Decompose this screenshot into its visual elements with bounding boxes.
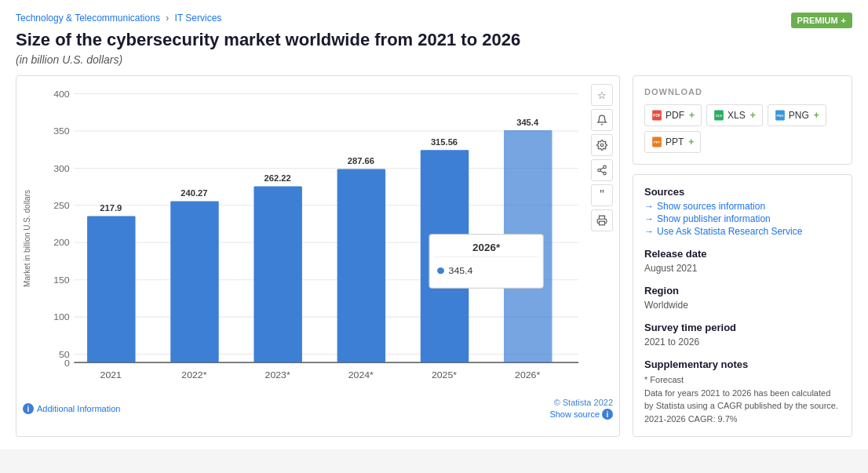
- page-subtitle: (in billion U.S. dollars): [16, 53, 852, 66]
- gear-button[interactable]: [591, 134, 613, 156]
- show-publisher-info-text: Show publisher information: [657, 213, 771, 224]
- info-section: Sources → Show sources information → Sho…: [633, 174, 852, 437]
- show-source[interactable]: Show source i: [549, 409, 613, 420]
- release-date-label: Release date: [644, 248, 841, 260]
- svg-text:XLS: XLS: [716, 114, 722, 118]
- premium-badge[interactable]: PREMIUM +: [791, 13, 852, 28]
- svg-line-4: [600, 171, 604, 173]
- survey-period-label: Survey time period: [644, 322, 841, 333]
- chart-container: ☆: [16, 75, 620, 437]
- svg-text:345.4: 345.4: [516, 118, 538, 127]
- arrow-icon-3: →: [644, 226, 654, 237]
- pdf-icon: PDF: [651, 109, 662, 122]
- supplementary-notes-line-3: 2021-2026 CAGR: 9.7%: [644, 413, 841, 426]
- region-label: Region: [644, 285, 841, 297]
- region-block: Region Worldwide: [644, 285, 841, 311]
- survey-period-block: Survey time period 2021 to 2026: [644, 322, 841, 347]
- show-source-label: Show source: [549, 409, 600, 419]
- source-info-icon: i: [602, 409, 613, 420]
- chart-footer: i Additional Information © Statista 2022…: [23, 398, 613, 420]
- statista-credit: © Statista 2022: [554, 398, 613, 407]
- info-icon: i: [23, 403, 34, 414]
- png-label: PNG: [789, 110, 809, 121]
- release-date-value: August 2021: [644, 263, 841, 274]
- pdf-plus: +: [689, 110, 695, 121]
- breadcrumb-part1[interactable]: Technology & Telecommunications: [16, 13, 160, 24]
- svg-text:2021: 2021: [100, 369, 122, 380]
- breadcrumb: Technology & Telecommunications › IT Ser…: [16, 13, 852, 24]
- svg-text:2022*: 2022*: [181, 369, 206, 380]
- share-button[interactable]: [591, 159, 613, 181]
- svg-text:350: 350: [53, 126, 70, 137]
- svg-text:150: 150: [53, 275, 70, 286]
- bar-2024: [337, 169, 385, 362]
- supplementary-notes-line-1: * Forecast: [644, 373, 841, 387]
- svg-text:0: 0: [64, 358, 70, 369]
- show-sources-info-link[interactable]: → Show sources information: [644, 201, 841, 212]
- svg-text:287.66: 287.66: [348, 156, 374, 166]
- arrow-icon-1: →: [644, 201, 654, 212]
- bar-chart-svg: 400 350 300 250 200 150 100 50 0 217.9 2…: [35, 86, 578, 391]
- download-pdf-button[interactable]: PDF PDF +: [644, 104, 702, 126]
- download-section: DOWNLOAD PDF PDF + XLS: [633, 75, 852, 165]
- supplementary-notes-label: Supplementary notes: [644, 358, 841, 370]
- download-png-button[interactable]: PNG PNG +: [768, 104, 826, 126]
- svg-text:2025*: 2025*: [432, 369, 457, 380]
- premium-label: PREMIUM: [797, 16, 838, 25]
- bar-2023: [253, 187, 301, 363]
- survey-period-value: 2021 to 2026: [644, 337, 841, 347]
- svg-text:2026*: 2026*: [472, 242, 501, 253]
- ask-statista-link[interactable]: → Use Ask Statista Research Service: [644, 226, 841, 237]
- xls-icon: XLS: [713, 109, 724, 122]
- svg-point-39: [437, 267, 444, 274]
- svg-text:345.4: 345.4: [449, 266, 473, 277]
- svg-text:PDF: PDF: [653, 114, 660, 118]
- svg-point-2: [598, 169, 601, 172]
- svg-text:250: 250: [53, 200, 70, 211]
- star-button[interactable]: ☆: [591, 84, 613, 106]
- svg-text:400: 400: [53, 89, 70, 100]
- additional-info-label: Additional Information: [37, 404, 120, 413]
- png-icon: PNG: [775, 109, 786, 122]
- breadcrumb-separator: ›: [166, 13, 169, 24]
- show-publisher-info-link[interactable]: → Show publisher information: [644, 213, 841, 224]
- chart-footer-right: © Statista 2022 Show source i: [549, 398, 613, 420]
- ask-statista-text: Use Ask Statista Research Service: [657, 226, 802, 237]
- bar-2022: [170, 202, 218, 363]
- sources-label: Sources: [644, 186, 841, 198]
- chart-svg-container: Market in billion U.S. dollars 400 350: [23, 86, 613, 391]
- svg-text:300: 300: [53, 163, 70, 174]
- svg-text:262.22: 262.22: [264, 174, 291, 184]
- chart-toolbar: ☆: [591, 84, 613, 231]
- download-xls-button[interactable]: XLS XLS +: [706, 104, 763, 126]
- premium-plus: +: [841, 16, 846, 25]
- svg-text:2026*: 2026*: [515, 369, 540, 380]
- arrow-icon-2: →: [644, 213, 654, 224]
- breadcrumb-part2[interactable]: IT Services: [175, 13, 222, 24]
- png-plus: +: [814, 110, 819, 121]
- ppt-label: PPT: [666, 136, 684, 147]
- quote-button[interactable]: ": [591, 184, 613, 206]
- download-title: DOWNLOAD: [644, 87, 841, 96]
- additional-info[interactable]: i Additional Information: [23, 403, 120, 414]
- svg-line-5: [600, 168, 604, 169]
- release-date-block: Release date August 2021: [644, 248, 841, 274]
- show-sources-info-text: Show sources information: [657, 201, 765, 212]
- download-ppt-button[interactable]: PPT PPT +: [644, 131, 701, 153]
- sources-block: Sources → Show sources information → Sho…: [644, 186, 841, 237]
- supplementary-notes-line-2: Data for years 2021 to 2026 has been cal…: [644, 387, 841, 413]
- ppt-icon: PPT: [651, 136, 662, 148]
- right-panel: DOWNLOAD PDF PDF + XLS: [633, 75, 852, 437]
- svg-rect-6: [600, 221, 605, 225]
- bar-2021: [87, 216, 135, 363]
- svg-text:2024*: 2024*: [348, 369, 374, 380]
- title-section: Size of the cybersecurity market worldwi…: [16, 30, 852, 66]
- print-button[interactable]: [591, 209, 613, 231]
- pdf-label: PDF: [666, 110, 684, 121]
- svg-text:PPT: PPT: [654, 140, 660, 144]
- svg-text:217.9: 217.9: [100, 204, 122, 213]
- bell-button[interactable]: [591, 109, 613, 131]
- svg-text:240.27: 240.27: [181, 189, 207, 198]
- svg-text:315.56: 315.56: [431, 137, 458, 147]
- y-axis-label: Market in billion U.S. dollars: [23, 190, 31, 287]
